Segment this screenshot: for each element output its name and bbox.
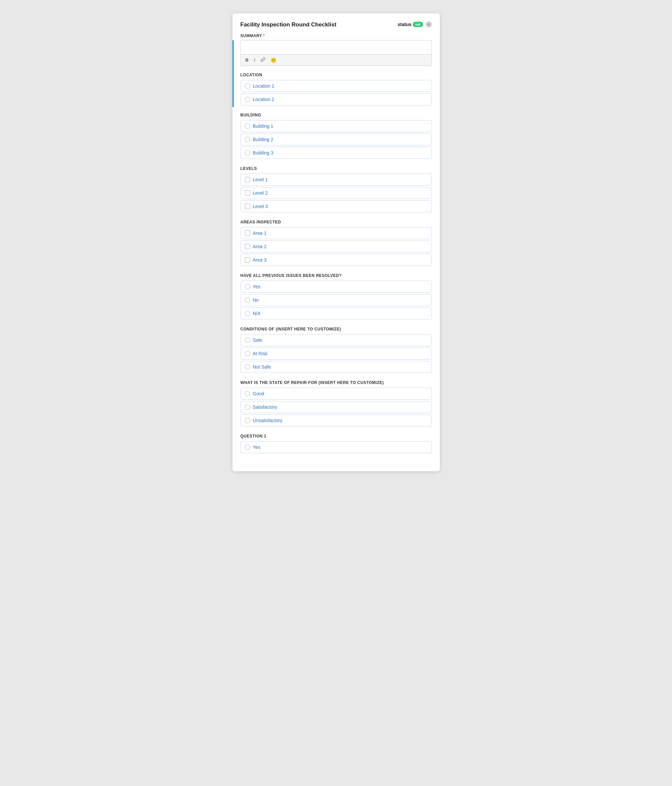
option-label-conditions-1: At Risk xyxy=(253,351,268,356)
option-item-areas_inspected-0[interactable]: Area 1 xyxy=(241,227,432,239)
summary-section: SUMMARY * B I 🙂 xyxy=(241,33,432,66)
option-item-conditions-0[interactable]: Safe xyxy=(241,334,432,346)
option-label-areas_inspected-2: Area 3 xyxy=(253,257,267,263)
radio-icon xyxy=(245,351,250,356)
option-item-conditions-1[interactable]: At Risk xyxy=(241,347,432,360)
option-label-location-1: Location 2 xyxy=(253,97,275,102)
section-title-conditions: CONDITIONS OF (INSERT HERE TO CUSTOMIZE) xyxy=(241,327,432,332)
option-label-question1-0: Yes xyxy=(253,445,261,450)
section-location: LOCATIONLocation 1Location 2 xyxy=(241,72,432,105)
option-label-previous_issues-2: N/A xyxy=(253,311,261,316)
required-indicator: * xyxy=(263,33,265,38)
radio-icon xyxy=(245,445,250,450)
option-label-previous_issues-0: Yes xyxy=(253,284,261,289)
option-label-conditions-0: Safe xyxy=(253,338,263,343)
option-item-building-2[interactable]: Building 3 xyxy=(241,147,432,159)
emoji-button[interactable]: 🙂 xyxy=(269,57,278,64)
option-item-building-1[interactable]: Building 2 xyxy=(241,134,432,146)
option-label-building-2: Building 3 xyxy=(253,150,274,156)
option-label-areas_inspected-0: Area 1 xyxy=(253,230,267,236)
card-title: Facility Inspection Round Checklist xyxy=(241,21,337,28)
radio-icon xyxy=(245,391,250,396)
option-label-building-1: Building 2 xyxy=(253,137,274,142)
bold-button[interactable]: B xyxy=(244,57,250,63)
option-item-location-1[interactable]: Location 2 xyxy=(241,93,432,105)
status-text: status xyxy=(398,22,411,27)
section-previous_issues: HAVE ALL PREVIOUS ISSUES BEEN RESOLVED?Y… xyxy=(241,273,432,319)
radio-icon xyxy=(245,404,250,410)
section-conditions: CONDITIONS OF (INSERT HERE TO CUSTOMIZE)… xyxy=(241,327,432,373)
checkbox-icon xyxy=(245,257,250,263)
left-accent-bar xyxy=(233,40,234,107)
option-item-state_of_repair-0[interactable]: Good xyxy=(241,388,432,400)
option-label-levels-0: Level 1 xyxy=(253,177,268,182)
radio-icon xyxy=(245,311,250,316)
sections-container: LOCATIONLocation 1Location 2BUILDINGBuil… xyxy=(241,72,432,453)
section-title-state_of_repair: WHAT IS THE STATE OF REPAIR FOR (INSERT … xyxy=(241,380,432,385)
option-label-areas_inspected-1: Area 2 xyxy=(253,244,267,249)
option-label-building-0: Building 1 xyxy=(253,123,274,129)
summary-input[interactable] xyxy=(241,40,432,54)
option-item-state_of_repair-1[interactable]: Satisfactory xyxy=(241,401,432,413)
option-item-previous_issues-2[interactable]: N/A xyxy=(241,307,432,319)
section-title-areas_inspected: AREAS INSPECTED xyxy=(241,220,432,225)
section-state_of_repair: WHAT IS THE STATE OF REPAIR FOR (INSERT … xyxy=(241,380,432,426)
option-item-levels-2[interactable]: Level 3 xyxy=(241,200,432,212)
option-label-state_of_repair-0: Good xyxy=(253,391,264,396)
option-item-question1-0[interactable]: Yes xyxy=(241,441,432,453)
option-item-levels-0[interactable]: Level 1 xyxy=(241,174,432,185)
card-header: Facility Inspection Round Checklist stat… xyxy=(241,21,432,28)
section-title-question1: QUESTION 1 xyxy=(241,434,432,439)
option-item-areas_inspected-2[interactable]: Area 3 xyxy=(241,254,432,266)
section-levels: LEVELSLevel 1Level 2Level 3 xyxy=(241,166,432,212)
option-item-previous_issues-1[interactable]: No xyxy=(241,294,432,306)
option-item-state_of_repair-2[interactable]: Unsatisfactory xyxy=(241,414,432,426)
radio-icon xyxy=(245,338,250,343)
main-card: Facility Inspection Round Checklist stat… xyxy=(233,13,440,471)
checkbox-icon xyxy=(245,230,250,236)
checkbox-icon xyxy=(245,204,250,209)
option-item-location-0[interactable]: Location 1 xyxy=(241,80,432,92)
section-title-levels: LEVELS xyxy=(241,166,432,171)
section-title-location: LOCATION xyxy=(241,72,432,77)
option-label-previous_issues-1: No xyxy=(253,297,259,303)
option-label-conditions-2: Not Safe xyxy=(253,364,271,369)
close-button[interactable]: × xyxy=(426,21,432,27)
radio-icon xyxy=(245,418,250,423)
summary-label: SUMMARY * xyxy=(241,33,432,38)
option-label-state_of_repair-1: Satisfactory xyxy=(253,404,277,410)
section-title-building: BUILDING xyxy=(241,113,432,117)
radio-icon xyxy=(245,137,250,142)
editor-toolbar: B I 🙂 xyxy=(241,54,432,66)
status-badge: status net xyxy=(398,22,423,27)
link-button[interactable] xyxy=(259,57,267,64)
section-question1: QUESTION 1Yes xyxy=(241,434,432,453)
radio-icon xyxy=(245,284,250,289)
section-title-previous_issues: HAVE ALL PREVIOUS ISSUES BEEN RESOLVED? xyxy=(241,273,432,278)
status-pill: net xyxy=(413,22,423,27)
header-right: status net × xyxy=(398,21,432,27)
radio-icon xyxy=(245,297,250,303)
radio-icon xyxy=(245,97,250,102)
radio-icon xyxy=(245,150,250,156)
checkbox-icon xyxy=(245,190,250,196)
option-label-levels-1: Level 2 xyxy=(253,190,268,196)
radio-icon xyxy=(245,83,250,89)
option-item-areas_inspected-1[interactable]: Area 2 xyxy=(241,241,432,253)
checkbox-icon xyxy=(245,177,250,182)
option-label-location-0: Location 1 xyxy=(253,83,275,89)
option-item-building-0[interactable]: Building 1 xyxy=(241,120,432,132)
option-item-conditions-2[interactable]: Not Safe xyxy=(241,361,432,373)
italic-button[interactable]: I xyxy=(253,57,257,63)
option-label-state_of_repair-2: Unsatisfactory xyxy=(253,418,283,423)
section-areas_inspected: AREAS INSPECTEDArea 1Area 2Area 3 xyxy=(241,220,432,266)
option-item-levels-1[interactable]: Level 2 xyxy=(241,187,432,199)
section-building: BUILDINGBuilding 1Building 2Building 3 xyxy=(241,113,432,159)
radio-icon xyxy=(245,123,250,129)
option-label-levels-2: Level 3 xyxy=(253,204,268,209)
radio-icon xyxy=(245,364,250,369)
option-item-previous_issues-0[interactable]: Yes xyxy=(241,281,432,292)
checkbox-icon xyxy=(245,244,250,249)
